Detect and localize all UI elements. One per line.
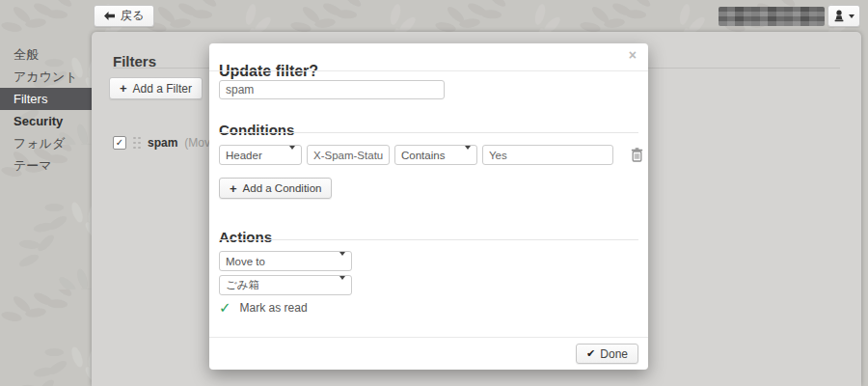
condition-field-value: Header: [226, 150, 262, 161]
add-filter-button[interactable]: + Add a Filter: [109, 77, 203, 99]
settings-sidebar: 全般 アカウント Filters Security フォルダ テーマ: [0, 43, 92, 177]
sidebar-item-filters[interactable]: Filters: [0, 88, 92, 110]
drag-handle-icon[interactable]: [133, 137, 141, 150]
filter-name-input[interactable]: [219, 80, 445, 99]
back-button[interactable]: 戻る: [94, 5, 154, 27]
user-menu-button[interactable]: [827, 5, 860, 27]
delete-condition-button[interactable]: [631, 148, 643, 162]
add-filter-label: Add a Filter: [133, 82, 192, 96]
chevron-down-icon: [849, 14, 854, 18]
action-type-select[interactable]: Move to: [219, 251, 352, 271]
condition-row: Header Contains: [219, 145, 643, 165]
condition-operator-value: Contains: [401, 150, 445, 161]
condition-value-input[interactable]: [482, 145, 613, 165]
update-filter-dialog: Update filter? × Conditions Header Conta…: [209, 43, 648, 370]
redacted-account-label: [719, 7, 825, 26]
plus-icon: +: [230, 182, 237, 195]
sidebar-item-theme[interactable]: テーマ: [0, 154, 92, 177]
action-folder-value: ごみ箱: [226, 278, 259, 292]
check-icon: ✔: [586, 348, 595, 359]
chevron-down-icon: [460, 150, 471, 161]
sidebar-item-folders[interactable]: フォルダ: [0, 132, 92, 154]
sidebar-item-security[interactable]: Security: [0, 110, 92, 132]
actions-heading: Actions: [219, 229, 272, 245]
close-icon[interactable]: ×: [629, 47, 637, 63]
condition-operator-select[interactable]: Contains: [394, 145, 477, 165]
divider: [219, 239, 638, 240]
mark-as-read-toggle[interactable]: ✓ Mark as read: [219, 300, 308, 315]
person-icon: [833, 10, 845, 22]
action-type-value: Move to: [226, 256, 265, 267]
back-button-label: 戻る: [121, 8, 144, 24]
chevron-down-icon: [335, 280, 345, 291]
add-condition-button[interactable]: + Add a Condition: [219, 178, 332, 199]
done-label: Done: [600, 347, 628, 361]
done-button[interactable]: ✔ Done: [576, 344, 638, 364]
arrow-left-icon: [104, 12, 115, 20]
sidebar-item-general[interactable]: 全般: [0, 43, 92, 66]
dialog-title: Update filter?: [219, 63, 318, 80]
trash-icon: [631, 148, 643, 162]
divider: [209, 70, 648, 71]
chevron-down-icon: [285, 150, 295, 161]
plus-icon: +: [120, 82, 127, 95]
app-window: 戻る 全般 アカウント Filters Security フォルダ テーマ Fi…: [0, 0, 868, 386]
check-icon: ✓: [116, 138, 123, 148]
action-folder-select[interactable]: ごみ箱: [219, 275, 352, 295]
green-check-icon: ✓: [219, 300, 231, 315]
chevron-down-icon: [335, 256, 345, 267]
filter-name[interactable]: spam: [148, 136, 177, 150]
mark-as-read-label: Mark as read: [240, 301, 308, 315]
conditions-heading: Conditions: [219, 122, 294, 138]
condition-header-input[interactable]: [307, 145, 390, 165]
add-condition-label: Add a Condition: [243, 182, 322, 194]
divider: [219, 132, 638, 133]
dialog-footer: ✔ Done: [209, 337, 648, 370]
sidebar-item-account[interactable]: アカウント: [0, 66, 92, 88]
filter-enabled-checkbox[interactable]: ✓: [113, 136, 126, 150]
condition-field-select[interactable]: Header: [219, 145, 302, 165]
